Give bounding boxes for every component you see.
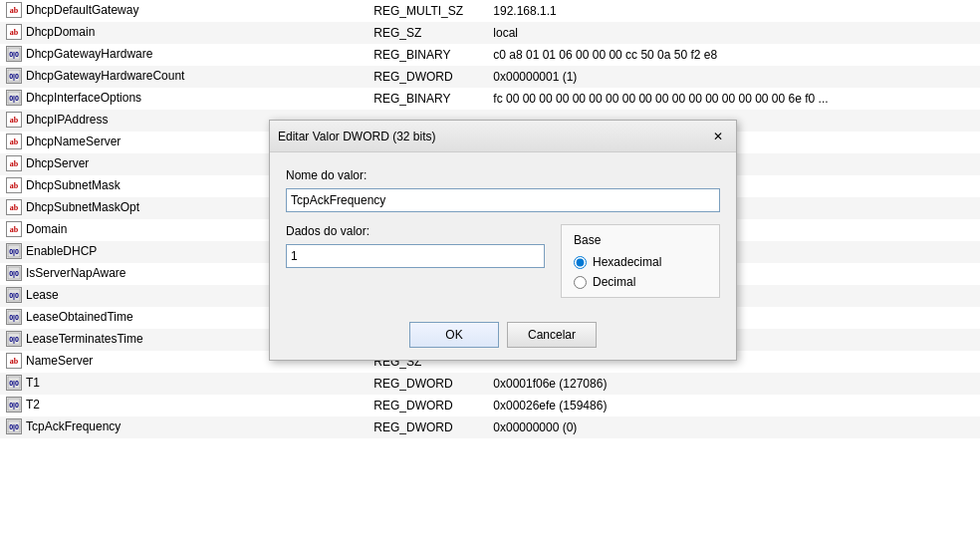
radio-hex-label[interactable]: Hexadecimal	[574, 255, 707, 269]
row-value: 0x0001f06e (127086)	[487, 373, 980, 395]
svg-text:0|0: 0|0	[9, 248, 19, 256]
svg-text:0|0: 0|0	[9, 314, 19, 322]
row-name: NameServer	[26, 354, 93, 368]
row-type: REG_BINARY	[368, 44, 487, 66]
cell-name: ab DhcpDefaultGateway	[6, 2, 138, 18]
svg-text:0|0: 0|0	[9, 336, 19, 344]
dword-icon: 0|0	[6, 90, 22, 106]
row-name: DhcpIPAddress	[26, 113, 108, 127]
row-type: REG_SZ	[368, 22, 487, 44]
dialog-title: Editar Valor DWORD (32 bits)	[278, 130, 435, 143]
row-name: DhcpGatewayHardwareCount	[26, 69, 184, 83]
row-name: DhcpSubnetMask	[26, 178, 121, 192]
value-data-label: Dados do valor:	[286, 224, 545, 238]
dialog-close-button[interactable]: ✕	[708, 127, 728, 146]
dword-icon: 0|0	[6, 287, 22, 303]
ab-icon: ab	[6, 199, 22, 215]
row-type: REG_DWORD	[368, 66, 487, 88]
cell-name: 0|0 T2	[6, 397, 40, 413]
table-row[interactable]: ab DhcpDomain REG_SZ local	[0, 22, 980, 44]
cell-name: 0|0 TcpAckFrequency	[6, 418, 121, 434]
row-name: Domain	[26, 222, 67, 236]
radio-dec-input[interactable]	[574, 276, 587, 289]
value-name-input[interactable]	[286, 188, 720, 212]
radio-hex-input[interactable]	[574, 256, 587, 269]
dialog-data-col: Dados do valor:	[286, 224, 545, 298]
row-name: DhcpNameServer	[26, 135, 121, 148]
cell-name: 0|0 DhcpInterfaceOptions	[6, 90, 141, 106]
svg-text:0|0: 0|0	[9, 73, 19, 81]
ab-icon: ab	[6, 177, 22, 193]
svg-text:0|0: 0|0	[9, 270, 19, 278]
cell-name: 0|0 IsServerNapAware	[6, 265, 126, 281]
cell-name: 0|0 LeaseObtainedTime	[6, 309, 133, 325]
table-row[interactable]: 0|0 T1 REG_DWORD 0x0001f06e (127086)	[0, 373, 980, 395]
ab-icon: ab	[6, 134, 22, 149]
row-name: T2	[26, 398, 40, 412]
svg-text:0|0: 0|0	[9, 95, 19, 103]
svg-text:0|0: 0|0	[9, 380, 19, 388]
row-name: LeaseObtainedTime	[26, 310, 133, 324]
ab-icon: ab	[6, 2, 22, 18]
cell-name: ab DhcpSubnetMaskOpt	[6, 199, 139, 215]
cell-name: 0|0 LeaseTerminatesTime	[6, 331, 143, 347]
dword-icon: 0|0	[6, 418, 22, 434]
cell-name: 0|0 DhcpGatewayHardware	[6, 46, 152, 62]
row-type: REG_DWORD	[368, 373, 487, 395]
ab-icon: ab	[6, 24, 22, 40]
row-name: T1	[26, 376, 40, 390]
dialog-buttons: OK Cancelar	[286, 314, 720, 348]
row-type: REG_BINARY	[368, 88, 487, 110]
row-type: REG_DWORD	[368, 395, 487, 416]
table-row[interactable]: ab DhcpDefaultGateway REG_MULTI_SZ 192.1…	[0, 0, 980, 22]
ab-icon: ab	[6, 112, 22, 128]
row-value: 0x00000000 (0)	[487, 416, 980, 438]
row-value: 0x00026efe (159486)	[487, 395, 980, 416]
row-name: DhcpGatewayHardware	[26, 47, 152, 61]
row-value: c0 a8 01 01 06 00 00 00 cc 50 0a 50 f2 e…	[487, 44, 980, 66]
cancel-button[interactable]: Cancelar	[507, 322, 597, 348]
table-row[interactable]: 0|0 TcpAckFrequency REG_DWORD 0x00000000…	[0, 416, 980, 438]
cell-name: ab DhcpNameServer	[6, 134, 121, 149]
dword-icon: 0|0	[6, 375, 22, 391]
dword-edit-dialog: Editar Valor DWORD (32 bits) ✕ Nome do v…	[269, 120, 737, 361]
dword-icon: 0|0	[6, 243, 22, 259]
ok-button[interactable]: OK	[409, 322, 499, 348]
row-value: local	[487, 22, 980, 44]
row-name: DhcpSubnetMaskOpt	[26, 200, 139, 214]
value-name-label: Nome do valor:	[286, 168, 720, 182]
row-name: TcpAckFrequency	[26, 419, 121, 433]
cell-name: ab DhcpServer	[6, 155, 89, 171]
dialog-titlebar: Editar Valor DWORD (32 bits) ✕	[270, 121, 736, 152]
row-name: DhcpInterfaceOptions	[26, 91, 141, 105]
cell-name: 0|0 Lease	[6, 287, 59, 303]
table-row[interactable]: 0|0 T2 REG_DWORD 0x00026efe (159486)	[0, 395, 980, 416]
cell-name: 0|0 EnableDHCP	[6, 243, 97, 259]
cell-name: ab NameServer	[6, 353, 93, 369]
cell-name: 0|0 DhcpGatewayHardwareCount	[6, 68, 184, 84]
row-name: DhcpDomain	[26, 25, 95, 39]
base-group: Base Hexadecimal Decimal	[561, 224, 720, 298]
table-row[interactable]: 0|0 DhcpGatewayHardwareCount REG_DWORD 0…	[0, 66, 980, 88]
dword-icon: 0|0	[6, 331, 22, 347]
cell-name: ab DhcpIPAddress	[6, 112, 108, 128]
table-row[interactable]: 0|0 DhcpInterfaceOptions REG_BINARY fc 0…	[0, 88, 980, 110]
row-type: REG_DWORD	[368, 416, 487, 438]
row-name: DhcpDefaultGateway	[26, 3, 138, 17]
svg-text:0|0: 0|0	[9, 292, 19, 300]
svg-text:0|0: 0|0	[9, 51, 19, 59]
row-value: 192.168.1.1	[487, 0, 980, 22]
svg-text:0|0: 0|0	[9, 423, 19, 431]
dword-icon: 0|0	[6, 46, 22, 62]
row-name: LeaseTerminatesTime	[26, 332, 143, 346]
row-value: 0x00000001 (1)	[487, 66, 980, 88]
ab-icon: ab	[6, 155, 22, 171]
table-row[interactable]: 0|0 DhcpGatewayHardware REG_BINARY c0 a8…	[0, 44, 980, 66]
radio-dec-label[interactable]: Decimal	[574, 275, 707, 289]
dword-icon: 0|0	[6, 68, 22, 84]
dword-icon: 0|0	[6, 309, 22, 325]
value-data-input[interactable]	[286, 244, 545, 268]
ab-icon: ab	[6, 221, 22, 237]
base-label: Base	[574, 233, 707, 247]
cell-name: ab DhcpDomain	[6, 24, 95, 40]
